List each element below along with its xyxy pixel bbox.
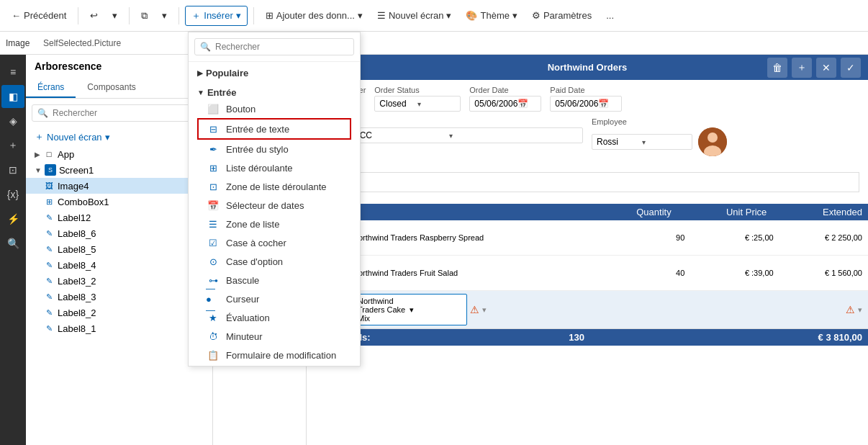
variables-icon[interactable]: {x} bbox=[1, 183, 24, 206]
theme-button[interactable]: 🎨 Thème ▾ bbox=[460, 7, 523, 24]
tree-item-image4[interactable]: 🖼 Image4 bbox=[26, 178, 212, 194]
pen-input-icon: ✒ bbox=[206, 143, 220, 155]
insert-button[interactable]: ＋ Insérer ▾ bbox=[185, 6, 247, 26]
item-combobox-label: Zone de liste déroulante bbox=[226, 181, 326, 192]
nw-close-button[interactable]: ✕ bbox=[816, 58, 836, 78]
undo-chevron[interactable]: ▾ bbox=[107, 7, 123, 24]
item-dropdown[interactable]: ⊞ Liste déroulante bbox=[197, 158, 351, 177]
expand-icon-app: ▶ bbox=[35, 150, 40, 158]
item-pen-input[interactable]: ✒ Entrée du stylo bbox=[197, 140, 351, 158]
add-icon[interactable]: ＋ bbox=[1, 134, 24, 157]
toolbar-sep-1 bbox=[78, 7, 78, 24]
data-icon[interactable]: ⊡ bbox=[1, 158, 24, 181]
order-status-field: Order Status Closed ▾ bbox=[374, 86, 461, 112]
settings-label: Paramètres bbox=[543, 10, 592, 21]
panel-title: Arborescence bbox=[35, 60, 101, 72]
left-panel: Arborescence Écrans Composants 🔍 ＋ Nouve… bbox=[26, 55, 213, 445]
copy-button[interactable]: ⧉ bbox=[135, 7, 153, 24]
section-popular: ▶ Populaire bbox=[189, 62, 360, 81]
back-button[interactable]: ← Précédent bbox=[6, 7, 72, 24]
tree-item-app[interactable]: ▶ □ App bbox=[26, 146, 212, 162]
search-side-icon[interactable]: 🔍 bbox=[1, 232, 24, 255]
nw-add-button[interactable]: ＋ bbox=[792, 58, 812, 78]
insert-chevron-icon: ▾ bbox=[236, 10, 241, 21]
layers-icon[interactable]: ◧ bbox=[1, 85, 24, 108]
section-entree: ▼ Entrée ⬜ Bouton ⊟ Entrée de texte ✒ En… bbox=[189, 81, 360, 366]
notes-field: Notes bbox=[315, 162, 859, 192]
tree-item-label8_2[interactable]: ✎ Label8_2 bbox=[26, 305, 212, 320]
item-timer[interactable]: ⏱ Minuteur bbox=[197, 327, 351, 346]
combo-product-select[interactable]: Northwind Traders Cake Mix ▾ bbox=[353, 294, 467, 325]
item-rating-label: Évaluation bbox=[226, 313, 270, 323]
item-bouton-label: Bouton bbox=[226, 104, 256, 114]
item-text-input[interactable]: ⊟ Entrée de texte bbox=[197, 118, 351, 140]
edit-form-icon: 📋 bbox=[206, 349, 220, 361]
tree-item-label3_2[interactable]: ✎ Label3_2 bbox=[26, 273, 212, 289]
nw-check-button[interactable]: ✓ bbox=[841, 58, 861, 78]
more-button[interactable]: ... bbox=[600, 7, 620, 24]
shapes-icon[interactable]: ◈ bbox=[1, 109, 24, 132]
panel-search-input[interactable] bbox=[32, 104, 207, 122]
item-date-picker[interactable]: 📅 Sélecteur de dates bbox=[197, 196, 351, 215]
dropdown-search-input[interactable] bbox=[194, 38, 354, 55]
copy-chevron[interactable]: ▾ bbox=[156, 7, 173, 24]
undo-button[interactable]: ↩ bbox=[84, 7, 104, 24]
employee-row: Rossi ▾ bbox=[592, 127, 859, 156]
order-status-select[interactable]: Closed ▾ bbox=[374, 96, 461, 112]
combo-product-value: Northwind Traders Cake Mix bbox=[358, 297, 410, 323]
tree-item-label12[interactable]: ✎ Label12 bbox=[26, 210, 212, 225]
chevron-right-icon: ▶ bbox=[197, 69, 203, 77]
notes-input[interactable] bbox=[315, 172, 859, 192]
tree-label-label8_3: Label8_3 bbox=[58, 292, 96, 302]
add-data-icon: ⊞ bbox=[266, 10, 273, 21]
label3_2-icon: ✎ bbox=[43, 275, 55, 287]
item-checkbox[interactable]: ☑ Case à cocher bbox=[197, 233, 351, 252]
new-screen-chevron: ▾ bbox=[446, 10, 451, 21]
nw-delete-button[interactable]: 🗑 bbox=[767, 58, 787, 78]
tree-label-label12: Label12 bbox=[58, 212, 91, 223]
nw-form-row2: Customer Company CC ▾ Employee Rossi bbox=[315, 117, 859, 156]
hamburger-icon[interactable]: ≡ bbox=[1, 60, 24, 84]
item-bouton[interactable]: ⬜ Bouton bbox=[197, 99, 351, 118]
formula-input[interactable] bbox=[40, 37, 862, 50]
tree-item-label8_3[interactable]: ✎ Label8_3 bbox=[26, 289, 212, 305]
section-entree-header[interactable]: ▼ Entrée bbox=[197, 86, 351, 99]
tree-item-screen1[interactable]: ▼ S Screen1 bbox=[26, 162, 212, 178]
item-date-picker-label: Sélecteur de dates bbox=[226, 200, 304, 211]
item-list[interactable]: ☰ Zone de liste bbox=[197, 215, 351, 233]
item-timer-label: Minuteur bbox=[226, 331, 263, 342]
new-screen-action[interactable]: ＋ Nouvel écran ▾ bbox=[26, 127, 212, 146]
settings-button[interactable]: ⚙ Paramètres bbox=[526, 7, 597, 24]
order-status-select-value: Closed bbox=[379, 99, 417, 109]
plugin-icon[interactable]: ⚡ bbox=[1, 207, 24, 230]
section-popular-header[interactable]: ▶ Populaire bbox=[197, 66, 351, 80]
tab-components[interactable]: Composants bbox=[76, 78, 147, 98]
order-date-input[interactable]: 05/06/2006 📅 bbox=[469, 96, 541, 112]
tree-item-combobox1[interactable]: ⊞ ComboBox1 bbox=[26, 194, 212, 210]
paid-date-input[interactable]: 05/06/2006 📅 bbox=[550, 96, 622, 112]
nw-form: Order Number 0937 Order Status Closed ▾ … bbox=[307, 80, 868, 204]
item-combobox[interactable]: ⊡ Zone de liste déroulante bbox=[197, 177, 351, 196]
tree-item-label8_1[interactable]: ✎ Label8_1 bbox=[26, 320, 212, 336]
item-toggle[interactable]: ⊶ Bascule bbox=[197, 271, 351, 289]
toolbar-sep-2 bbox=[129, 7, 130, 24]
item-slider[interactable]: —●— Curseur bbox=[197, 289, 351, 308]
item-edit-form[interactable]: 📋 Formulaire de modification bbox=[197, 346, 351, 364]
new-screen-plus-icon: ＋ bbox=[35, 130, 44, 143]
label8_4-icon: ✎ bbox=[43, 259, 55, 271]
tree-item-label8_6[interactable]: ✎ Label8_6 bbox=[26, 225, 212, 241]
new-screen-action-chevron: ▾ bbox=[105, 132, 110, 143]
item-rating[interactable]: ★ Évaluation bbox=[197, 308, 351, 327]
employee-avatar bbox=[698, 127, 727, 156]
new-screen-button[interactable]: ☰ Nouvel écran ▾ bbox=[371, 7, 458, 24]
item-radio[interactable]: ⊙ Case d'option bbox=[197, 252, 351, 271]
tree-item-label8_4[interactable]: ✎ Label8_4 bbox=[26, 257, 212, 273]
add-data-button[interactable]: ⊞ Ajouter des donn... ▾ bbox=[260, 7, 369, 24]
label8_5-icon: ✎ bbox=[43, 243, 55, 255]
date-picker-icon: 📅 bbox=[206, 199, 220, 211]
property-label: Image bbox=[6, 38, 35, 48]
tab-screens[interactable]: Écrans bbox=[26, 78, 76, 98]
tree-item-label8_5[interactable]: ✎ Label8_5 bbox=[26, 241, 212, 257]
employee-select[interactable]: Rossi ▾ bbox=[592, 134, 692, 150]
timer-icon: ⏱ bbox=[206, 331, 220, 342]
